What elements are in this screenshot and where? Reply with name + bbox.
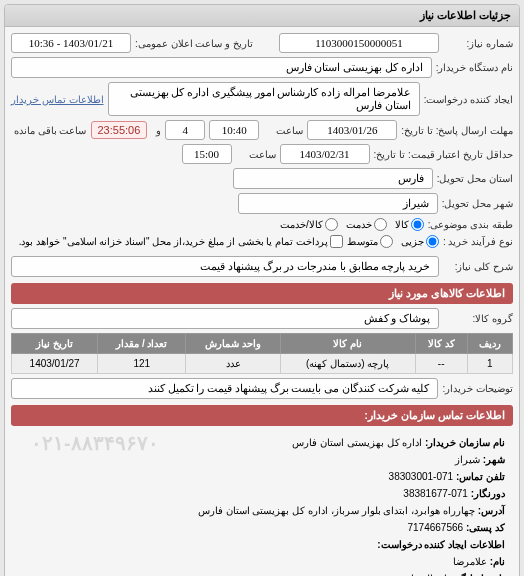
phone-label: تلفن تماس: [456,471,505,482]
cell-row: 1 [467,354,512,374]
class-service-radio[interactable] [374,218,387,231]
reply-date-value: 1403/01/26 [307,120,397,140]
cell-qty: 121 [98,354,186,374]
addr-value: چهارراه هوابرد، ابتدای بلوار سرباز، ادار… [198,505,475,516]
col-code: کد کالا [415,334,467,354]
delivery-city-label: شهر محل تحویل: [442,198,513,209]
req-creator-label: ایجاد کننده درخواست: [424,94,513,105]
class-service-option[interactable]: خدمت [346,218,387,231]
saat-label-1: ساعت [263,125,303,136]
buyer-contact-link[interactable]: اطلاعات تماس خریدار [11,94,104,105]
col-date: تاریخ نیاز [12,334,98,354]
cell-code: -- [415,354,467,374]
fax-value: 071-38381677 [403,488,468,499]
contact-section-header: اطلاعات تماس سازمان خریدار: [11,405,513,426]
col-name: نام کالا [280,334,415,354]
post-value: 7174667566 [407,522,463,533]
countdown-timer: 23:55:06 [91,121,148,139]
purchase-medium-radio[interactable] [380,235,393,248]
class-topic-label: طبقه بندی موضوعی: [428,219,513,230]
purchase-partial-option[interactable]: جزیی [401,235,439,248]
class-goods-radio[interactable] [411,218,424,231]
buyer-org-label: نام دستگاه خریدار: [436,62,513,73]
class-goods-option[interactable]: کالا [395,218,424,231]
panel-title: جزئیات اطلاعات نیاز [5,5,519,27]
fname-label: نام: [490,556,505,567]
contact-info-block: ۰۲۱-۸۸۳۴۹۶۷۰ نام سازمان خریدار: اداره کل… [11,430,513,576]
addr-label: آدرس: [478,505,505,516]
goods-group-value: پوشاک و کفش [11,308,439,329]
table-row: 1 -- پارچه (دستمال کهنه) عدد 121 1403/01… [12,354,513,374]
need-no-label: شماره نیاز: [443,38,513,49]
city-label: شهر: [483,454,505,465]
class-topic-group: کالا خدمت کالا/خدمت [280,218,424,231]
city-value: شیراز [455,454,480,465]
announce-dt-label: تاریخ و ساعت اعلان عمومی: [135,38,253,49]
purchase-type-group: جزیی متوسط [347,235,439,248]
treasury-checkbox[interactable] [330,235,343,248]
purchase-note-check[interactable]: پرداخت تمام یا بخشی از مبلغ خرید،از محل … [19,235,343,248]
fax-label: دورنگار: [471,488,505,499]
creator-title: اطلاعات ایجاد کننده درخواست: [377,539,505,550]
price-time-value: 15:00 [182,144,232,164]
cell-name: پارچه (دستمال کهنه) [280,354,415,374]
announce-dt-value: 1403/01/21 - 10:36 [11,33,131,53]
purchase-partial-radio[interactable] [426,235,439,248]
post-label: کد پستی: [466,522,505,533]
class-goods-service-option[interactable]: کالا/خدمت [280,218,338,231]
reply-days-value: 4 [165,120,205,140]
need-details-panel: جزئیات اطلاعات نیاز شماره نیاز: 11030001… [4,4,520,576]
va-label: و [151,125,161,136]
cell-date: 1403/01/27 [12,354,98,374]
buyer-note-label: توضیحات خریدار: [442,383,513,394]
price-date-value: 1403/02/31 [280,144,370,164]
req-creator-value: علامرضا امراله زاده کارشناس امور پیشگیری… [108,82,420,116]
overall-desc-value: خرید پارچه مطابق با مندرجات در برگ پیشنه… [11,256,439,277]
col-unit: واحد شمارش [186,334,281,354]
org-label: نام سازمان خریدار: [425,437,505,448]
overall-desc-label: شرح کلی نیاز: [443,261,513,272]
panel-body: شماره نیاز: 1103000150000051 تاریخ و ساع… [5,27,519,576]
need-no-value: 1103000150000051 [279,33,439,53]
delivery-state-value: فارس [233,168,433,189]
buyer-note-value: کلیه شرکت کنندگان می بایست برگ پیشنهاد ق… [11,378,438,399]
col-qty: تعداد / مقدار [98,334,186,354]
reply-time-value: 10:40 [209,120,259,140]
delivery-state-label: استان محل تحویل: [437,173,513,184]
goods-group-label: گروه کالا: [443,313,513,324]
remaining-label: ساعت باقی مانده [14,125,87,136]
purchase-medium-option[interactable]: متوسط [347,235,393,248]
org-value: اداره کل بهزیستی استان فارس [292,437,422,448]
col-row: ردیف [467,334,512,354]
reply-deadline-label: مهلت ارسال پاسخ: تا تاریخ: [401,125,513,136]
buyer-org-value: اداره کل بهزیستی استان فارس [11,57,432,78]
goods-table: ردیف کد کالا نام کالا واحد شمارش تعداد /… [11,333,513,374]
goods-section-header: اطلاعات کالاهای مورد نیاز [11,283,513,304]
purchase-type-label: نوع فرآیند خرید : [443,236,513,247]
saat-label-2: ساعت [236,149,276,160]
cell-unit: عدد [186,354,281,374]
phone-value: 071-38303001 [389,471,454,482]
class-goods-service-radio[interactable] [325,218,338,231]
price-validity-label: حداقل تاریخ اعتبار قیمت: تا تاریخ: [374,149,513,160]
delivery-city-value: شیراز [238,193,438,214]
fname-value: علامرضا [453,556,487,567]
goods-table-header-row: ردیف کد کالا نام کالا واحد شمارش تعداد /… [12,334,513,354]
